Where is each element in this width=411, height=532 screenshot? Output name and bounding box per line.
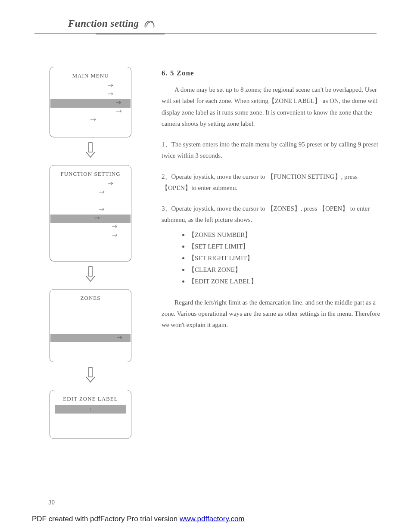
arrow-right-icon	[90, 118, 97, 121]
svg-rect-14	[89, 367, 92, 377]
list-item: 【SET LEFT LIMIT】	[182, 241, 385, 252]
pdf-footer: PDF created with pdfFactory Pro trial ve…	[32, 515, 245, 523]
arrow-right-icon	[112, 233, 118, 237]
arrow-right-icon	[116, 101, 122, 104]
page-header: Function setting	[0, 0, 411, 31]
arrow-right-icon	[116, 109, 122, 113]
section-heading: 6. 5 Zone	[162, 67, 385, 80]
edit-zone-title: EDIT ZONE LABEL	[50, 394, 131, 405]
intro-paragraph: A dome may be set up to 8 zones; the reg…	[162, 84, 385, 129]
menu-row-selected	[50, 215, 131, 223]
svg-rect-12	[89, 267, 92, 276]
down-arrow-icon	[45, 266, 136, 285]
arrow-right-icon	[108, 182, 114, 185]
function-setting-box: FUNCTION SETTING	[50, 165, 131, 261]
list-item: 【CLEAR ZONE】	[182, 264, 385, 276]
edit-row-selected: :	[55, 405, 126, 414]
down-arrow-icon	[45, 142, 136, 161]
list-item: 【ZONES NUMBER】	[182, 229, 385, 241]
menu-row	[50, 180, 131, 189]
main-menu-box: MAIN MENU	[50, 67, 131, 137]
closing-paragraph: Regard the left/right limit as the demar…	[162, 297, 385, 331]
step-1: 1、The system enters into the main menu b…	[162, 139, 385, 162]
header-rule	[34, 33, 377, 34]
list-item: 【SET RIGHT LIMIT】	[182, 252, 385, 264]
arrow-right-icon	[108, 92, 114, 96]
header-title: Function setting	[68, 18, 139, 29]
menu-row	[50, 108, 131, 116]
arrow-right-icon	[99, 190, 105, 194]
arrow-right-icon	[99, 208, 105, 211]
step-2: 2、Operate joystick, move the cursor to 【…	[162, 171, 385, 194]
text-content: 6. 5 Zone A dome may be set up to 8 zone…	[136, 67, 385, 439]
arrow-right-icon	[117, 336, 123, 339]
menu-row	[50, 232, 131, 240]
zones-title: ZONES	[50, 293, 131, 304]
menu-row-selected	[50, 334, 131, 342]
menu-row	[50, 189, 131, 197]
svg-rect-5	[89, 143, 92, 152]
zones-box: ZONES	[50, 289, 131, 362]
page-number: 30	[48, 499, 55, 506]
arrow-right-icon	[112, 225, 118, 228]
menu-row	[50, 116, 131, 125]
menu-diagram-column: MAIN MENU FUNCTION SETTING	[45, 67, 136, 439]
edit-zone-label-box: EDIT ZONE LABEL :	[50, 390, 131, 439]
menu-row	[50, 240, 131, 249]
list-item: 【EDIT ZONE LABEL】	[182, 276, 385, 287]
menu-row	[50, 249, 131, 258]
menu-row	[50, 82, 131, 90]
menu-row	[50, 197, 131, 206]
footer-text: PDF created with pdfFactory Pro trial ve…	[32, 515, 180, 523]
menu-row	[50, 90, 131, 99]
menu-row-selected	[50, 99, 131, 108]
arrow-right-icon	[94, 216, 100, 220]
menu-row	[50, 206, 131, 215]
menu-row	[50, 125, 131, 134]
step-3: 3、Operate joystick, move the cursor to 【…	[162, 203, 385, 226]
arrow-right-icon	[108, 84, 114, 87]
footer-link[interactable]: www.pdffactory.com	[180, 515, 245, 523]
function-setting-title: FUNCTION SETTING	[50, 169, 131, 180]
bullet-list: 【ZONES NUMBER】 【SET LEFT LIMIT】 【SET RIG…	[162, 229, 385, 287]
flourish-icon	[143, 19, 156, 31]
main-menu-title: MAIN MENU	[50, 71, 131, 82]
menu-row	[50, 223, 131, 232]
down-arrow-icon	[45, 367, 136, 386]
